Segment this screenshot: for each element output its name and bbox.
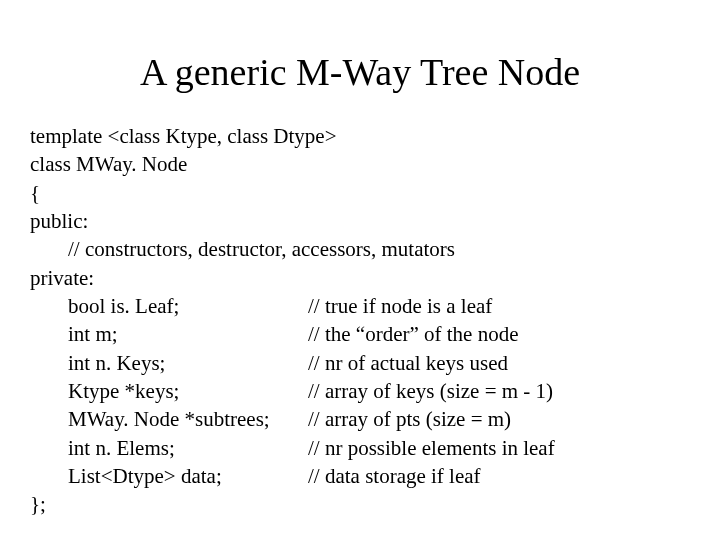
code-block: template <class Ktype, class Dtype> clas… (30, 122, 690, 519)
member-comment: // nr of actual keys used (308, 349, 690, 377)
code-line-public-comment: // constructors, destructor, accessors, … (30, 235, 690, 263)
member-comment: // array of keys (size = m - 1) (308, 377, 690, 405)
member-decl: int n. Elems; (68, 434, 308, 462)
code-line-private: private: (30, 264, 690, 292)
code-line-class: class MWay. Node (30, 150, 690, 178)
member-row: List<Dtype> data; // data storage if lea… (30, 462, 690, 490)
member-decl: List<Dtype> data; (68, 462, 308, 490)
member-decl: int n. Keys; (68, 349, 308, 377)
code-line-template: template <class Ktype, class Dtype> (30, 122, 690, 150)
member-row: int m; // the “order” of the node (30, 320, 690, 348)
member-row: MWay. Node *subtrees; // array of pts (s… (30, 405, 690, 433)
code-line-close-brace: }; (30, 490, 690, 518)
code-line-public: public: (30, 207, 690, 235)
member-decl: bool is. Leaf; (68, 292, 308, 320)
member-decl: MWay. Node *subtrees; (68, 405, 308, 433)
member-comment: // nr possible elements in leaf (308, 434, 690, 462)
slide-title: A generic M-Way Tree Node (30, 50, 690, 94)
member-comment: // data storage if leaf (308, 462, 690, 490)
member-row: int n. Keys; // nr of actual keys used (30, 349, 690, 377)
member-decl: int m; (68, 320, 308, 348)
member-row: int n. Elems; // nr possible elements in… (30, 434, 690, 462)
code-line-open-brace: { (30, 179, 690, 207)
member-comment: // array of pts (size = m) (308, 405, 690, 433)
member-decl: Ktype *keys; (68, 377, 308, 405)
member-row: bool is. Leaf; // true if node is a leaf (30, 292, 690, 320)
member-comment: // true if node is a leaf (308, 292, 690, 320)
member-comment: // the “order” of the node (308, 320, 690, 348)
member-row: Ktype *keys; // array of keys (size = m … (30, 377, 690, 405)
